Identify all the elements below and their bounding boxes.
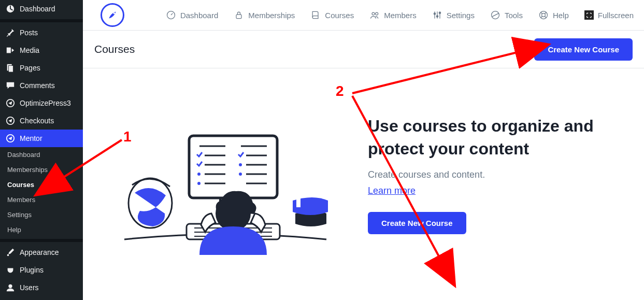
wp-menu-label: Posts [20, 28, 38, 37]
hero-heading: Use courses to organize and protect your… [368, 115, 628, 160]
svg-point-36 [239, 163, 242, 166]
empty-state-hero: Use courses to organize and protect your… [83, 68, 644, 281]
separator [0, 239, 83, 242]
wp-menu-label: Pages [20, 64, 40, 72]
topnav-label: Fullscreen [598, 11, 634, 20]
comment-icon [5, 80, 16, 91]
wp-submenu-memberships[interactable]: Memberships [0, 162, 83, 177]
topnav-label: Help [553, 11, 569, 20]
topnav-members[interactable]: Members [369, 10, 417, 20]
wp-submenu-label: Memberships [7, 166, 48, 174]
svg-rect-1 [7, 48, 11, 53]
svg-rect-22 [189, 136, 277, 198]
fullscreen-icon: ⛶ [584, 10, 594, 20]
wp-menu-appearance[interactable]: Appearance [0, 244, 83, 261]
gauge-icon [166, 10, 176, 20]
topnav-fullscreen[interactable]: ⛶Fullscreen [584, 10, 634, 20]
page-header: Courses Create New Course [83, 31, 644, 68]
topnav-tools[interactable]: Tools [490, 10, 523, 20]
wp-menu-checkouts[interactable]: Checkouts [0, 112, 83, 130]
wp-submenu-settings[interactable]: Settings [0, 207, 83, 222]
wp-menu-optimizepress[interactable]: OptimizePress3 [0, 94, 83, 112]
topnav-help[interactable]: Help [538, 10, 569, 20]
wp-menu-label: Checkouts [20, 117, 54, 125]
topnav-label: Settings [447, 11, 475, 20]
plugin-topnav: Dashboard Memberships Courses Members Se… [83, 0, 644, 31]
wp-submenu-members[interactable]: Members [0, 192, 83, 207]
hero-subtext: Create courses and content. [368, 169, 628, 180]
op-icon [5, 133, 16, 144]
wp-menu-label: Users [20, 283, 39, 292]
book-icon [310, 10, 321, 20]
page-title: Courses [94, 43, 534, 55]
rocket-icon [107, 9, 118, 21]
wp-menu-comments[interactable]: Comments [0, 77, 83, 94]
wp-admin-sidebar: Dashboard Posts Media Pages Comments Opt… [0, 0, 83, 300]
hero-illustration [98, 94, 352, 255]
pin-icon [5, 27, 16, 38]
svg-point-18 [539, 11, 547, 19]
svg-point-37 [239, 173, 242, 176]
wp-submenu-help[interactable]: Help [0, 222, 83, 237]
brand-logo[interactable] [101, 3, 124, 27]
learn-more-link[interactable]: Learn more [368, 185, 416, 196]
wp-menu-users[interactable]: Users [0, 279, 83, 296]
topnav-label: Courses [325, 11, 354, 20]
lock-icon [234, 10, 244, 20]
create-course-button-top[interactable]: Create New Course [534, 38, 633, 61]
svg-point-8 [8, 284, 12, 288]
topnav-label: Tools [505, 11, 523, 20]
op-icon [5, 116, 16, 126]
topnav-dashboard[interactable]: Dashboard [166, 10, 218, 20]
separator [0, 19, 83, 22]
svg-rect-3 [8, 66, 13, 73]
svg-point-34 [197, 173, 201, 176]
topnav-settings[interactable]: Settings [432, 10, 475, 20]
wp-submenu-label: Help [7, 226, 21, 234]
sliders-icon [432, 10, 442, 20]
svg-point-13 [376, 12, 378, 15]
create-course-button-hero[interactable]: Create New Course [368, 212, 466, 234]
wp-submenu-courses[interactable]: Courses [0, 177, 83, 192]
wp-menu-dashboard[interactable]: Dashboard [0, 0, 83, 18]
lifebuoy-icon [538, 10, 549, 20]
topnav-courses[interactable]: Courses [310, 10, 354, 20]
wp-menu-pages[interactable]: Pages [0, 59, 83, 77]
wp-submenu-label: Settings [7, 211, 32, 219]
wp-menu-label: Comments [20, 81, 55, 90]
svg-point-15 [436, 16, 438, 17]
wp-menu-label: OptimizePress3 [20, 99, 71, 107]
main-content: Dashboard Memberships Courses Members Se… [83, 0, 644, 300]
svg-point-7 [7, 254, 9, 256]
svg-rect-11 [236, 15, 241, 18]
svg-point-35 [197, 182, 201, 185]
svg-point-14 [434, 13, 435, 15]
svg-rect-21 [296, 197, 300, 207]
wp-menu-label: Plugins [20, 266, 44, 274]
wp-menu-mentor[interactable]: Mentor [0, 130, 83, 147]
wp-submenu-label: Dashboard [7, 151, 40, 159]
wp-menu-label: Dashboard [20, 5, 55, 13]
svg-point-9 [113, 12, 115, 14]
media-icon [5, 45, 16, 55]
wp-menu-posts[interactable]: Posts [0, 24, 83, 41]
svg-point-16 [439, 12, 440, 13]
people-icon [369, 10, 380, 20]
wp-menu-plugins[interactable]: Plugins [0, 261, 83, 279]
wp-submenu-label: Courses [7, 181, 34, 189]
topnav-label: Memberships [248, 11, 295, 20]
wp-submenu-dashboard[interactable]: Dashboard [0, 147, 83, 162]
dashboard-icon [5, 4, 16, 14]
wp-menu-label: Media [20, 46, 39, 54]
hero-text: Use courses to organize and protect your… [368, 115, 628, 234]
svg-point-12 [372, 12, 375, 15]
op-icon [5, 98, 16, 108]
user-icon [5, 282, 16, 293]
brush-icon [5, 247, 16, 258]
target-icon [490, 10, 500, 20]
wp-menu-media[interactable]: Media [0, 41, 83, 59]
topnav-label: Members [384, 11, 417, 20]
wp-submenu-label: Members [7, 196, 35, 204]
svg-point-19 [542, 13, 546, 17]
topnav-memberships[interactable]: Memberships [234, 10, 295, 20]
